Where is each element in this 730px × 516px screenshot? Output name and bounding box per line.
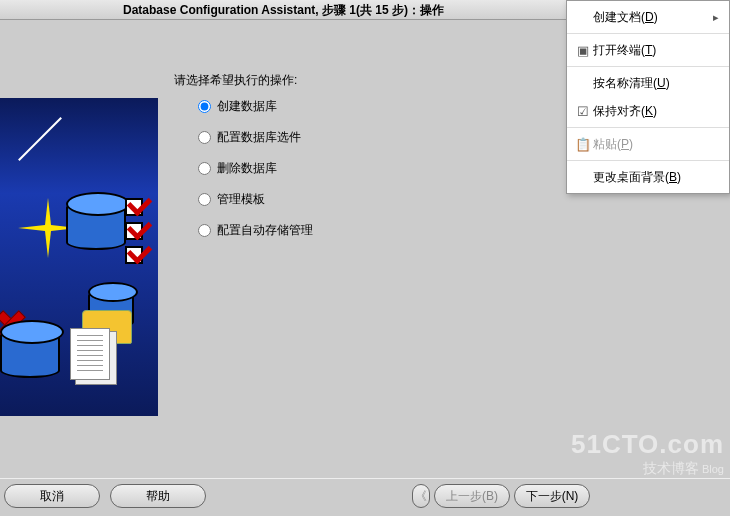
- menu-item-label: 更改桌面背景(B): [593, 169, 719, 186]
- menu-item-label: 保持对齐(K): [593, 103, 719, 120]
- dialog-body: 请选择希望执行的操作: 创建数据库 配置数据库选件 删除数据库 管理模板 配置自…: [0, 20, 567, 478]
- menu-change-background[interactable]: 更改桌面背景(B): [567, 163, 729, 191]
- wizard-side-graphic: [0, 98, 158, 416]
- db-cylinder-2: [0, 328, 60, 378]
- option-label: 配置自动存储管理: [217, 222, 313, 239]
- help-button[interactable]: 帮助: [110, 484, 206, 508]
- prompt-label: 请选择希望执行的操作:: [174, 72, 297, 89]
- back-button[interactable]: 上一步(B): [434, 484, 510, 508]
- option-label: 管理模板: [217, 191, 265, 208]
- wand-graphic: [18, 117, 62, 161]
- menu-open-terminal[interactable]: ▣ 打开终端(T): [567, 36, 729, 64]
- radio-create-db[interactable]: [198, 100, 211, 113]
- menu-separator: [567, 66, 729, 67]
- option-label: 删除数据库: [217, 160, 277, 177]
- watermark-brand: 51CTO.com: [571, 429, 724, 460]
- option-manage-templates[interactable]: 管理模板: [198, 191, 313, 208]
- first-button[interactable]: 《: [412, 484, 430, 508]
- submenu-arrow-icon: ▸: [713, 11, 719, 24]
- menu-keep-aligned[interactable]: ☑ 保持对齐(K): [567, 97, 729, 125]
- menu-clean-by-name[interactable]: 按名称清理(U): [567, 69, 729, 97]
- radio-manage-templates[interactable]: [198, 193, 211, 206]
- menu-paste: 📋 粘贴(P): [567, 130, 729, 158]
- window-title: Database Configuration Assistant, 步骤 1(共…: [0, 0, 567, 20]
- menu-item-label: 粘贴(P): [593, 136, 719, 153]
- radio-configure-asm[interactable]: [198, 224, 211, 237]
- option-label: 配置数据库选件: [217, 129, 301, 146]
- option-create-db[interactable]: 创建数据库: [198, 98, 313, 115]
- option-configure-db[interactable]: 配置数据库选件: [198, 129, 313, 146]
- option-configure-asm[interactable]: 配置自动存储管理: [198, 222, 313, 239]
- check-icon-3: [125, 246, 143, 264]
- menu-separator: [567, 33, 729, 34]
- radio-configure-db[interactable]: [198, 131, 211, 144]
- watermark: 51CTO.com 技术博客 Blog: [571, 429, 724, 478]
- document-icon: [70, 328, 110, 380]
- watermark-sub: 技术博客: [643, 460, 699, 476]
- terminal-icon: ▣: [573, 43, 593, 58]
- next-button[interactable]: 下一步(N): [514, 484, 590, 508]
- option-delete-db[interactable]: 删除数据库: [198, 160, 313, 177]
- db-cylinder-1: [66, 200, 126, 250]
- check-icon: ☑: [573, 104, 593, 119]
- wizard-button-bar: 取消 帮助 《 上一步(B) 下一步(N): [0, 478, 730, 516]
- desktop-context-menu: 创建文档(D) ▸ ▣ 打开终端(T) 按名称清理(U) ☑ 保持对齐(K) 📋…: [566, 0, 730, 194]
- menu-separator: [567, 160, 729, 161]
- check-icon-1: [125, 198, 143, 216]
- operation-options: 创建数据库 配置数据库选件 删除数据库 管理模板 配置自动存储管理: [198, 98, 313, 253]
- menu-item-label: 按名称清理(U): [593, 75, 719, 92]
- menu-create-document[interactable]: 创建文档(D) ▸: [567, 3, 729, 31]
- menu-item-label: 打开终端(T): [593, 42, 719, 59]
- cancel-button[interactable]: 取消: [4, 484, 100, 508]
- menu-separator: [567, 127, 729, 128]
- option-label: 创建数据库: [217, 98, 277, 115]
- menu-item-label: 创建文档(D): [593, 9, 713, 26]
- watermark-tag: Blog: [702, 463, 724, 475]
- radio-delete-db[interactable]: [198, 162, 211, 175]
- check-icon-2: [125, 222, 143, 240]
- clipboard-icon: 📋: [573, 137, 593, 152]
